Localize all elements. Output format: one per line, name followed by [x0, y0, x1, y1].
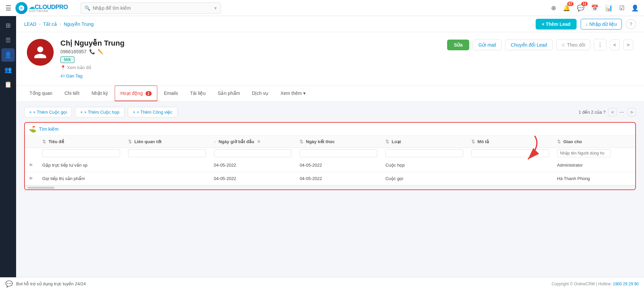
- chat-bot-icon: 💬: [5, 280, 13, 288]
- row2-eye[interactable]: 👁: [25, 172, 38, 185]
- table-filter-row: [25, 148, 635, 159]
- filter-assigned-input[interactable]: [557, 149, 611, 157]
- add-meeting-button[interactable]: + + Thêm Cuộc họp: [75, 107, 124, 117]
- search-bar[interactable]: 🔍 ▾: [80, 2, 221, 14]
- row1-end: 04-05-2022: [296, 159, 381, 172]
- row1-type: Cuộc họp: [381, 159, 467, 172]
- table-scroll-container[interactable]: ⇅ Tiêu đề ⇅ Liên quan tới ↑: [25, 136, 635, 185]
- add-lead-button[interactable]: + Thêm Lead: [536, 19, 577, 30]
- phone-icon: 📞: [89, 49, 95, 54]
- table-body: 👁 Gặp trực tiếp tư vấn sp 04-05-2022 04-…: [25, 159, 635, 185]
- bell-icon[interactable]: 🔔67: [563, 4, 570, 12]
- edit-icon[interactable]: ✏️: [98, 49, 103, 54]
- col-end-date[interactable]: ⇅ Ngày kết thúc: [296, 136, 381, 148]
- col-type[interactable]: ⇅ Loại: [381, 136, 467, 148]
- logo-icon: [15, 2, 28, 14]
- prev-button[interactable]: <: [610, 40, 620, 50]
- sort-icon-desc: ⇅: [471, 139, 475, 144]
- tab-san-pham[interactable]: Sản phẩm: [212, 86, 245, 101]
- tag-button[interactable]: 🏷 Gán Tag: [60, 73, 440, 78]
- filter-type-col[interactable]: [381, 148, 467, 159]
- help-button[interactable]: ?: [626, 19, 636, 29]
- sort-icon-type: ⇅: [385, 139, 389, 144]
- checkbox-icon[interactable]: ☑: [619, 4, 625, 12]
- scrollbar-thumb[interactable]: [28, 187, 54, 189]
- action-row: + + Thêm Cuộc gọi + + Thêm Cuộc họp + + …: [24, 107, 636, 117]
- sidebar-item-home[interactable]: ⊞: [1, 19, 15, 32]
- filter-desc-col[interactable]: [467, 148, 553, 159]
- follow-button[interactable]: ☆ Theo dõi: [556, 40, 590, 50]
- chat-bot-text: Bot hỗ trợ sử dụng trực tuyến 24/24: [16, 281, 86, 286]
- pagination-next[interactable]: >: [627, 108, 636, 116]
- breadcrumb-actions: + Thêm Lead ↓ Nhập dữ liệu ?: [536, 19, 636, 30]
- chart-icon[interactable]: 📊: [605, 4, 612, 12]
- tabs-bar: Tổng quan Chi tiết Nhật ký Hoạt động 2 E…: [16, 85, 644, 102]
- breadcrumb-all[interactable]: Tất cả: [43, 21, 57, 27]
- tab-hoat-dong[interactable]: Hoạt động 2: [115, 85, 157, 101]
- breadcrumb-sep-1: ›: [39, 22, 41, 26]
- add-meeting-icon: +: [80, 110, 83, 115]
- tab-dich-vu[interactable]: Dịch vụ: [247, 86, 274, 101]
- sidebar-item-docs[interactable]: 📋: [1, 78, 15, 91]
- row1-eye[interactable]: 👁: [25, 159, 38, 172]
- add-task-icon: +: [133, 110, 136, 115]
- tab-xem-them[interactable]: Xem thêm ▾: [275, 86, 311, 101]
- col-description[interactable]: ⇅ Mô tả: [467, 136, 553, 148]
- tab-nhat-ky[interactable]: Nhật ký: [86, 86, 113, 101]
- eye-icon-1[interactable]: 👁: [29, 163, 33, 168]
- col-related[interactable]: ⇅ Liên quan tới: [124, 136, 210, 148]
- filter-start-col[interactable]: [210, 148, 296, 159]
- filter-related-input[interactable]: [128, 149, 206, 157]
- filter-start-input[interactable]: [214, 149, 292, 157]
- more-options-icon[interactable]: ⋯: [620, 110, 625, 115]
- filter-related-col[interactable]: [124, 148, 210, 159]
- filter-type-input[interactable]: [385, 149, 463, 157]
- row2-related: [124, 172, 210, 185]
- more-options-button[interactable]: ⋮: [594, 39, 606, 51]
- close-icon-start[interactable]: ✕: [257, 139, 261, 144]
- row1-desc: [467, 159, 553, 172]
- sort-icon-assigned: ⇅: [557, 139, 561, 144]
- edit-button[interactable]: Sửa: [447, 40, 469, 50]
- filter-assigned-col[interactable]: [553, 148, 635, 159]
- tab-chi-tiet[interactable]: Chi tiết: [59, 86, 85, 101]
- table-search-row: ⛳ Tìm kiếm: [25, 123, 635, 136]
- user-avatar-icon[interactable]: 👤: [631, 4, 639, 12]
- filter-end-col[interactable]: [296, 148, 381, 159]
- breadcrumb-sep-2: ›: [60, 22, 61, 26]
- convert-button[interactable]: Chuyển đổi Lead: [505, 40, 553, 50]
- sidebar-item-contacts[interactable]: 👥: [1, 63, 15, 76]
- hamburger-icon[interactable]: ☰: [5, 4, 11, 12]
- sidebar-item-users[interactable]: 👤: [1, 48, 15, 62]
- tab-emails[interactable]: Emails: [159, 86, 183, 101]
- phone-number: 0966165957: [60, 49, 87, 54]
- pagination: 1 đến 2 của ? < ⋯ >: [579, 108, 636, 116]
- add-call-button[interactable]: + + Thêm Cuộc gọi: [24, 107, 72, 117]
- import-button[interactable]: ↓ Nhập dữ liệu: [581, 19, 622, 30]
- profile-address[interactable]: 📍 Xem bản đồ: [60, 65, 440, 70]
- profile-section: Chị Nguyễn Trung 0966165957 📞 ✏️ Mới 📍 X…: [16, 32, 644, 85]
- hotline-link[interactable]: 1900 29 29 90: [613, 282, 639, 286]
- filter-title-input[interactable]: [42, 149, 120, 157]
- eye-icon-2[interactable]: 👁: [29, 176, 33, 181]
- tab-tai-lieu[interactable]: Tài liệu: [185, 86, 211, 101]
- col-assigned[interactable]: ⇅ Giao cho: [553, 136, 635, 148]
- send-mail-button[interactable]: Gửi mail: [473, 40, 502, 50]
- horizontal-scrollbar[interactable]: [25, 185, 635, 189]
- add-icon[interactable]: ⊕: [551, 4, 556, 12]
- tab-tong-quan[interactable]: Tổng quan: [24, 86, 58, 101]
- sidebar-item-grid[interactable]: ☰: [1, 34, 15, 47]
- add-task-button[interactable]: + + Thêm Công việc: [128, 107, 177, 117]
- search-input[interactable]: [93, 5, 212, 11]
- calendar-icon[interactable]: 📅: [591, 4, 598, 12]
- pagination-prev[interactable]: <: [608, 108, 617, 116]
- search-label: Tìm kiếm: [39, 126, 59, 132]
- chat-icon[interactable]: 💬11: [577, 4, 584, 12]
- filter-desc-input[interactable]: [471, 149, 549, 157]
- next-button[interactable]: >: [623, 40, 633, 50]
- col-start-date[interactable]: ↑ Ngày giờ bắt đầu ✕: [210, 136, 296, 148]
- col-title[interactable]: ⇅ Tiêu đề: [38, 136, 124, 148]
- filter-end-input[interactable]: [300, 149, 377, 157]
- breadcrumb-lead[interactable]: LEAD: [24, 21, 37, 27]
- filter-title-col[interactable]: [38, 148, 124, 159]
